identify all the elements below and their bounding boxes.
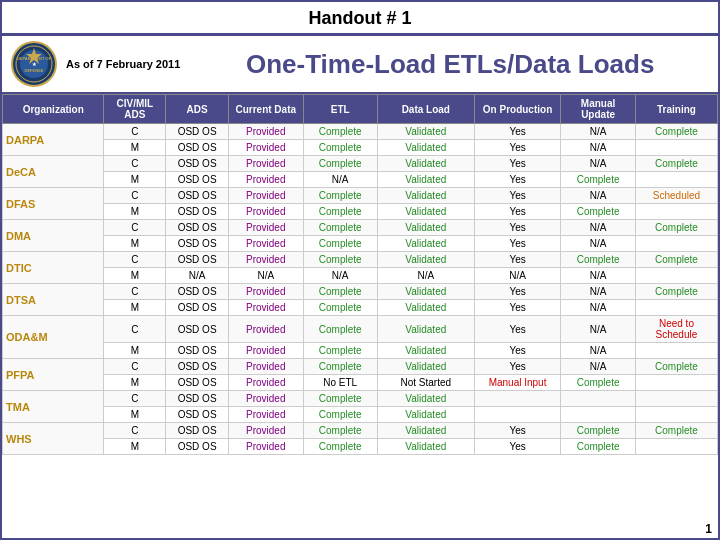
cur-cell: Provided: [228, 220, 303, 236]
cur-cell: Provided: [228, 188, 303, 204]
table-row: MOSD OSProvidedCompleteValidatedYesN/A: [3, 236, 718, 252]
dl-cell: Validated: [377, 407, 474, 423]
dl-cell: Validated: [377, 391, 474, 407]
on-cell: Yes: [474, 423, 561, 439]
etl-cell: Complete: [303, 236, 377, 252]
org-cell: DeCA: [3, 156, 104, 188]
table-body: DARPACOSD OSProvidedCompleteValidatedYes…: [3, 124, 718, 455]
man-cell: N/A: [561, 316, 636, 343]
etl-cell: Complete: [303, 300, 377, 316]
table-row: MOSD OSProvidedCompleteValidatedYesN/A: [3, 343, 718, 359]
man-cell: Complete: [561, 204, 636, 220]
man-cell: Complete: [561, 172, 636, 188]
on-cell: Yes: [474, 172, 561, 188]
org-cell: ODA&M: [3, 316, 104, 359]
table-row: MOSD OSProvidedCompleteValidated: [3, 407, 718, 423]
tr-cell: [635, 375, 717, 391]
civ-cell: M: [104, 268, 166, 284]
th-data-load: Data Load: [377, 95, 474, 124]
man-cell: N/A: [561, 284, 636, 300]
dl-cell: Validated: [377, 172, 474, 188]
man-cell: N/A: [561, 359, 636, 375]
tr-cell: [635, 300, 717, 316]
tr-cell: [635, 236, 717, 252]
etl-cell: Complete: [303, 220, 377, 236]
dl-cell: N/A: [377, 268, 474, 284]
civ-cell: C: [104, 391, 166, 407]
cur-cell: Provided: [228, 156, 303, 172]
etl-cell: Complete: [303, 439, 377, 455]
civ-cell: M: [104, 407, 166, 423]
man-cell: N/A: [561, 124, 636, 140]
on-cell: [474, 407, 561, 423]
dl-cell: Validated: [377, 220, 474, 236]
on-cell: Yes: [474, 343, 561, 359]
on-cell: Yes: [474, 140, 561, 156]
on-cell: Yes: [474, 284, 561, 300]
on-cell: [474, 391, 561, 407]
civ-cell: C: [104, 359, 166, 375]
cur-cell: Provided: [228, 423, 303, 439]
man-cell: [561, 407, 636, 423]
etl-cell: Complete: [303, 316, 377, 343]
tr-cell: [635, 439, 717, 455]
civ-cell: C: [104, 124, 166, 140]
etl-cell: Complete: [303, 391, 377, 407]
table-row: TMACOSD OSProvidedCompleteValidated: [3, 391, 718, 407]
table-row: ODA&MCOSD OSProvidedCompleteValidatedYes…: [3, 316, 718, 343]
page-number: 1: [705, 522, 712, 536]
table-row: MOSD OSProvidedCompleteValidatedYesN/A: [3, 300, 718, 316]
cur-cell: Provided: [228, 284, 303, 300]
dl-cell: Validated: [377, 140, 474, 156]
org-cell: DARPA: [3, 124, 104, 156]
ads-cell: N/A: [166, 268, 229, 284]
tr-cell: Complete: [635, 220, 717, 236]
tr-cell: Complete: [635, 252, 717, 268]
table-row: MN/AN/AN/AN/AN/AN/A: [3, 268, 718, 284]
table-row: DTICCOSD OSProvidedCompleteValidatedYesC…: [3, 252, 718, 268]
dl-cell: Validated: [377, 284, 474, 300]
man-cell: Complete: [561, 252, 636, 268]
table-header-row: Organization CIV/MIL ADS ADS Current Dat…: [3, 95, 718, 124]
tr-cell: [635, 172, 717, 188]
table-row: DARPACOSD OSProvidedCompleteValidatedYes…: [3, 124, 718, 140]
etl-cell: Complete: [303, 252, 377, 268]
on-cell: Yes: [474, 300, 561, 316]
cur-cell: Provided: [228, 172, 303, 188]
man-cell: [561, 391, 636, 407]
dl-cell: Validated: [377, 252, 474, 268]
th-on-production: On Production: [474, 95, 561, 124]
table-row: MOSD OSProvidedNo ETLNot StartedManual I…: [3, 375, 718, 391]
cur-cell: Provided: [228, 391, 303, 407]
dod-seal-icon: DEPARTMENT OF ★ DEFENSE: [10, 40, 58, 88]
table-row: MOSD OSProvidedCompleteValidatedYesCompl…: [3, 439, 718, 455]
th-manual-update: Manual Update: [561, 95, 636, 124]
on-cell: Yes: [474, 316, 561, 343]
table-row: WHSCOSD OSProvidedCompleteValidatedYesCo…: [3, 423, 718, 439]
dl-cell: Validated: [377, 359, 474, 375]
tr-cell: Complete: [635, 124, 717, 140]
etl-cell: Complete: [303, 359, 377, 375]
table-row: DeCACOSD OSProvidedCompleteValidatedYesN…: [3, 156, 718, 172]
tr-cell: Complete: [635, 359, 717, 375]
cur-cell: Provided: [228, 204, 303, 220]
on-cell: Yes: [474, 156, 561, 172]
th-ads: ADS: [166, 95, 229, 124]
civ-cell: M: [104, 439, 166, 455]
etl-cell: N/A: [303, 172, 377, 188]
etl-cell: Complete: [303, 204, 377, 220]
header-row: DEPARTMENT OF ★ DEFENSE As of 7 February…: [2, 36, 718, 94]
dl-cell: Validated: [377, 343, 474, 359]
tr-cell: [635, 391, 717, 407]
ads-cell: OSD OS: [166, 252, 229, 268]
man-cell: N/A: [561, 220, 636, 236]
data-table: Organization CIV/MIL ADS ADS Current Dat…: [2, 94, 718, 455]
title-text: Handout # 1: [308, 8, 411, 28]
org-cell: DMA: [3, 220, 104, 252]
man-cell: Complete: [561, 375, 636, 391]
civ-cell: M: [104, 375, 166, 391]
table-row: PFPACOSD OSProvidedCompleteValidatedYesN…: [3, 359, 718, 375]
tr-cell: Need to Schedule: [635, 316, 717, 343]
on-cell: Yes: [474, 439, 561, 455]
ads-cell: OSD OS: [166, 220, 229, 236]
